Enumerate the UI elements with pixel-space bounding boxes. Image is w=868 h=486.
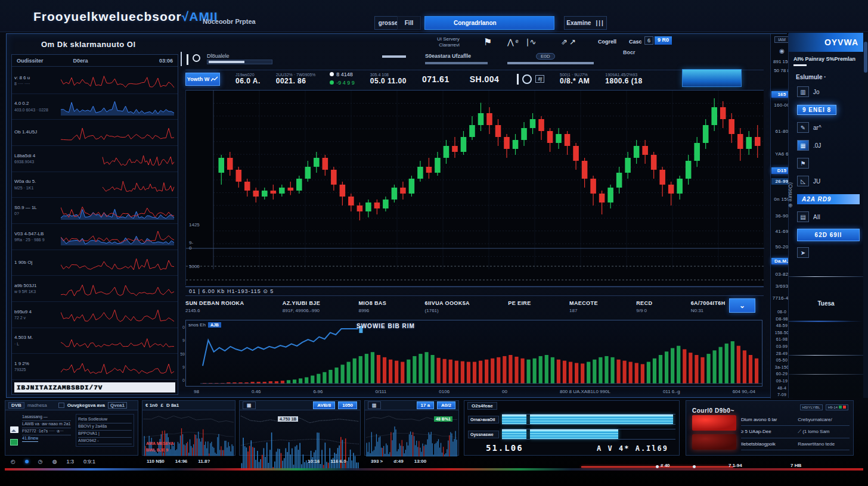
- clock-icon-2[interactable]: ◷: [38, 459, 43, 465]
- flag-icon[interactable]: ⚑: [483, 36, 492, 48]
- window-scrollbar[interactable]: [863, 33, 868, 398]
- watchlist-row[interactable]: W0a du 5.M25 · 1K1: [12, 172, 178, 198]
- price-bid: 500)1 · 9UJ7%0/8.* AM: [560, 73, 590, 85]
- sidebar-item[interactable]: ⚑: [797, 156, 860, 170]
- info-left-progress[interactable]: [207, 60, 272, 64]
- watchlist-row[interactable]: S0.9 — 1L0?: [12, 198, 178, 224]
- sidebar-item[interactable]: ➤: [797, 245, 860, 260]
- examine-button[interactable]: Examine |||: [564, 16, 607, 30]
- account-detail-row[interactable]: Dlum avono 6 larCrebyurnatcare/: [741, 414, 850, 426]
- news-detail-text[interactable]: Reta SodleoiuwBBOVI y 2a48aBPPOVA1 |AIWO…: [76, 414, 134, 447]
- watchlist-footer-ticker[interactable]: IBJNITAIZAMBSBDI/7V: [14, 382, 175, 392]
- mini-a-h3[interactable]: D 8a1: [166, 403, 179, 408]
- chart-type-icons[interactable]: ⋀ᵉ⎹∿: [507, 38, 538, 47]
- cogrell-label[interactable]: Cogrell: [598, 39, 616, 45]
- volume-panel[interactable]: snos Eh AJB SWOWIE BIB RIM 095990: [185, 320, 762, 387]
- watchlist-row[interactable]: V03 4-547-LB9Ra · 25 · 986 9: [12, 224, 178, 250]
- watchlist-row-label: 4.0 0.2403.0 6043 · 0228: [14, 101, 61, 112]
- stat-column[interactable]: PE EIRE: [508, 300, 531, 308]
- confirm-button[interactable]: ⌄: [729, 298, 755, 313]
- allocation-row[interactable]: Oyssnaswe: [468, 428, 675, 440]
- stat-column[interactable]: MIO8 BAS8996: [358, 300, 386, 313]
- alert-card-secondary[interactable]: [692, 434, 736, 450]
- account-detail-row[interactable]: IlebetsblaogpoikRawwrtitano tede: [741, 438, 850, 450]
- clock-icon-1[interactable]: ◴: [11, 459, 16, 465]
- blue-dot-icon[interactable]: [25, 460, 29, 463]
- account-detail-row[interactable]: ≥ 5 UAap-Dee⟋ (1 lomo Sam: [741, 426, 850, 438]
- lock-icon[interactable]: ◍: [52, 459, 57, 465]
- main-chart-canvas[interactable]: [185, 90, 764, 285]
- watchlist-col-data[interactable]: D0era: [73, 58, 88, 64]
- mini-b-btn-2[interactable]: 1050: [338, 401, 357, 409]
- mini-b-dark-btn[interactable]: ▦: [243, 401, 256, 409]
- allocation-row[interactable]: Orna>avaOil: [468, 413, 675, 425]
- watchlist-row[interactable]: L8ba5di 46938.9043: [12, 146, 178, 172]
- stat-column[interactable]: RECD9/9 0: [636, 300, 652, 313]
- fill-button[interactable]: Fill: [397, 16, 421, 30]
- tab-quotes-badge[interactable]: Qvea1: [108, 402, 127, 409]
- note-icon[interactable]: 8]: [535, 75, 544, 83]
- stat-column[interactable]: AZ.YIUBI BJE891F, 49906.-990: [283, 300, 320, 313]
- watchlist-col-symbol[interactable]: Oudissiter: [17, 58, 44, 64]
- stat-column[interactable]: MAECOTE187: [569, 300, 598, 313]
- draw-tool-icons[interactable]: ⇗↗: [561, 38, 578, 46]
- sidebar-lower-label[interactable]: Tuesa: [789, 300, 863, 307]
- allocation-tab[interactable]: O2s4feae: [467, 402, 497, 410]
- mini-c-btn-2[interactable]: A0/2: [437, 401, 455, 409]
- candle: [288, 182, 294, 195]
- main-panel: Om Dk sklarmanuuto Ol Oudissiter D0era 0…: [6, 33, 787, 398]
- mini-b-btn-1[interactable]: AVB/8: [313, 401, 335, 409]
- mini-c-btn-1[interactable]: 17 a: [417, 401, 435, 409]
- badge-1[interactable]: HSIYLYIBL: [800, 404, 823, 410]
- stat-column[interactable]: 6IIVUA OOOK5A(1761): [425, 300, 470, 313]
- mini-c-dark-btn[interactable]: ▥: [368, 401, 381, 409]
- watchlist-row[interactable]: v: 8 6 u8 ···· ····: [12, 68, 178, 94]
- buy-indicator-icon[interactable]: [10, 439, 18, 446]
- watchlist-row[interactable]: 1 9 2%79325: [12, 354, 178, 380]
- tab-dvb[interactable]: DVB: [8, 402, 24, 409]
- sidebar-item[interactable]: ▥Jo: [797, 85, 860, 99]
- search-icon[interactable]: [522, 74, 532, 84]
- tab-quotes[interactable]: Ouvgkegsva ava: [67, 403, 105, 408]
- sidebar-item[interactable]: ▦.0J: [797, 138, 860, 152]
- info-right-pill[interactable]: E0D: [536, 53, 555, 60]
- watchlist-row[interactable]: 4.0 0.2403.0 6043 · 0228: [12, 94, 178, 120]
- watchlist-row[interactable]: b95u9 472 2 v: [12, 302, 178, 328]
- badge-2[interactable]: H9-14: [826, 404, 848, 410]
- alert-card-primary[interactable]: [692, 415, 736, 431]
- watchlist-row-sub: · L: [14, 341, 61, 347]
- primary-action-button[interactable]: Congradrlanon: [424, 16, 554, 30]
- mini-a-h2[interactable]: £: [160, 403, 163, 408]
- sidebar-item[interactable]: ✎ar^: [797, 120, 860, 135]
- news-text-line: LAWB va ·aw·naao m 2a1 ·8· 40·: [22, 421, 71, 428]
- grid-icon[interactable]: IAM: [774, 36, 789, 43]
- market-button[interactable]: Yowth W: [185, 73, 220, 86]
- stat-column[interactable]: 6A/7004IT6HN0:31: [691, 300, 726, 313]
- sidebar-item[interactable]: 9 ENEI 8: [797, 102, 860, 117]
- candle: [392, 185, 398, 202]
- sidebar-item[interactable]: A2A RD9: [797, 192, 860, 206]
- scrollbar-thumb[interactable]: [864, 42, 867, 73]
- casc-label[interactable]: Casc: [629, 39, 642, 45]
- stat-column[interactable]: SUN DEBAN ROIOKA2145.6: [185, 300, 244, 313]
- volume-badge[interactable]: AJB: [208, 322, 221, 328]
- mini-a-h1[interactable]: € 1n0: [145, 403, 157, 408]
- progress-dot-1[interactable]: [656, 465, 659, 468]
- watchlist-row[interactable]: 4.503 M.· L: [12, 328, 178, 354]
- watchlist-row[interactable]: 1 90b Oj: [12, 250, 178, 276]
- flag-icon: ⚑: [797, 158, 809, 169]
- sidebar-cta-button[interactable]: 62D 69ll: [797, 229, 860, 241]
- record-icon[interactable]: [193, 54, 200, 62]
- sidebar-item-row-highlight[interactable]: A2A RD9: [797, 194, 860, 204]
- timeframe-badge[interactable]: 6 9 R0: [644, 36, 672, 45]
- sidebar-item-highlight[interactable]: 9 ENEI 8: [797, 105, 836, 115]
- sidebar-item[interactable]: ◺JU: [797, 174, 860, 188]
- news-item-text[interactable]: 1asassang —LAWB va ·aw·naao m 2a1 ·8· 40…: [22, 414, 71, 444]
- sidebar-item[interactable]: ▤AIl: [797, 210, 860, 224]
- stat-label: MAECOTE: [569, 300, 598, 306]
- sidebar-item[interactable]: 62D 69ll: [797, 228, 860, 242]
- watchlist-row-label: v: 8 6 u8 ···· ····: [14, 75, 61, 86]
- watchlist-row[interactable]: Ob 1.4U5J: [12, 120, 178, 146]
- watchlist-row[interactable]: a9b 503J1w 9 5R 1K3: [12, 276, 178, 302]
- progress-dot-2[interactable]: [693, 465, 696, 468]
